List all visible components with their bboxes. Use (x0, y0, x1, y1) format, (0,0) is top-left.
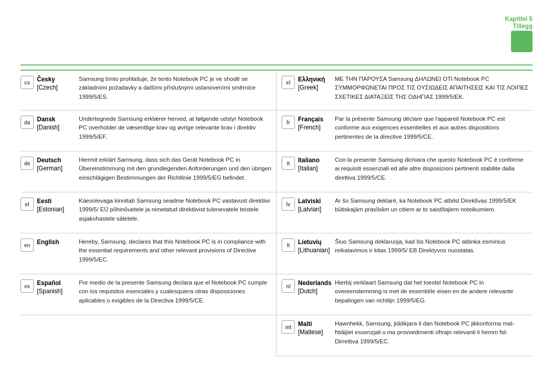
lang-cell: deDeutsch[German] (20, 151, 77, 192)
table-row: enEnglishHereby, Samsung, declares that … (20, 233, 276, 274)
lang-icon: nl (282, 279, 295, 293)
lang-cell: lvLatviski[Latvian] (276, 192, 333, 233)
page-header: Kapittel 5Tillegg (20, 15, 533, 52)
page-container: Kapittel 5Tillegg csČesky[Czech]Samsung … (0, 0, 553, 392)
lang-cell: daDansk[Danish] (20, 111, 77, 151)
desc-cell: Undertegnede Samsung erklærer herved, at… (77, 111, 276, 151)
lang-icon: cs (20, 76, 34, 89)
lang-name: Latviski[Latvian] (298, 197, 321, 213)
desc-cell: Por medio de la presente Samsung declara… (77, 274, 276, 315)
lang-icon: it (282, 157, 295, 170)
lang-cell: itItaliano[Italian] (276, 151, 333, 192)
lang-name: Malti[Maltese] (298, 319, 323, 336)
lang-name: Eesti[Estonian] (37, 197, 64, 213)
lang-name: Español[Spanish] (37, 278, 62, 295)
lang-name: Italiano[Italian] (298, 156, 320, 172)
lang-icon: fr (282, 116, 295, 129)
lang-name: Ελληνική[Greek] (298, 75, 325, 92)
lang-icon: en (20, 238, 34, 252)
table-row: mtMalti[Maltese]Hawnhekk, Samsung, jiddi… (276, 315, 533, 356)
table-row: deDeutsch[German]Hiermit erklärt Samsung… (20, 151, 276, 192)
lang-name: English (37, 237, 59, 247)
desc-cell: Käesolevaga kinnitab Samsung seadme Note… (77, 192, 276, 233)
desc-cell: Hierbij verklaart Samsung dat het toeste… (333, 274, 533, 315)
lang-icon: et (20, 198, 34, 211)
lang-cell: ltLietuvių[Lithuanian] (276, 233, 333, 274)
desc-cell: Šiuo Samsung deklaruoja, kad šis Noteboo… (333, 233, 533, 274)
right-column: elΕλληνική[Greek]ΜΕ ΤΗΝ ΠΑΡΟΥΣΑ Samsung … (276, 70, 533, 356)
desc-cell: Hereby, Samsung, declares that this Note… (77, 233, 276, 274)
lang-name: Deutsch[German] (37, 156, 62, 172)
lang-icon: lt (282, 238, 295, 252)
table-row: frFrançais[French]Par la présente Samsun… (276, 111, 533, 151)
lang-cell: elΕλληνική[Greek] (276, 71, 333, 110)
lang-icon: da (20, 116, 34, 129)
main-content: csČesky[Czech]Samsung tímto prohlašuje, … (20, 70, 533, 356)
page-number-badge (511, 31, 533, 52)
desc-cell: Ar šo Samsung deklarē, ka Notebook PC at… (333, 192, 533, 233)
lang-icon: mt (282, 320, 295, 334)
desc-cell: Con la presente Samsung dichiara che que… (333, 151, 533, 192)
lang-cell: etEesti[Estonian] (20, 192, 77, 233)
left-column: csČesky[Czech]Samsung tímto prohlašuje, … (20, 70, 276, 356)
desc-cell: Samsung tímto prohlašuje, že tento Noteb… (77, 71, 276, 110)
lang-icon: de (20, 157, 34, 170)
table-row: daDansk[Danish]Undertegnede Samsung erkl… (20, 111, 276, 151)
table-row: csČesky[Czech]Samsung tímto prohlašuje, … (20, 70, 276, 111)
lang-cell: enEnglish (20, 233, 77, 274)
lang-cell: mtMalti[Maltese] (276, 315, 333, 356)
lang-icon: lv (282, 198, 295, 211)
desc-cell: ΜΕ ΤΗΝ ΠΑΡΟΥΣΑ Samsung ΔΗΛΩΝΕΙ ΟΤΙ Noteb… (333, 71, 533, 110)
lang-name: Français[French] (298, 115, 323, 132)
table-row: ltLietuvių[Lithuanian]Šiuo Samsung dekla… (276, 233, 533, 274)
lang-cell: csČesky[Czech] (20, 71, 77, 110)
lang-name: Lietuvių[Lithuanian] (298, 237, 330, 254)
lang-cell: nlNederlands[Dutch] (276, 274, 333, 315)
chapter-label: Kapittel 5Tillegg (505, 15, 533, 30)
section-title (20, 62, 533, 66)
lang-cell: esEspañol[Spanish] (20, 274, 77, 315)
desc-cell: Hiermit erklärt Samsung, dass sich das G… (77, 151, 276, 192)
lang-icon: es (20, 279, 34, 293)
lang-name: Nederlands[Dutch] (298, 278, 331, 295)
chapter-badge: Kapittel 5Tillegg (505, 15, 533, 52)
desc-cell: Hawnhekk, Samsung, jiddikjara li dan Not… (333, 315, 533, 356)
table-row: nlNederlands[Dutch]Hierbij verklaart Sam… (276, 274, 533, 315)
desc-cell: Par la présente Samsung déclare que l'ap… (333, 111, 533, 151)
lang-name: Česky[Czech] (37, 75, 58, 92)
lang-name: Dansk[Danish] (37, 115, 59, 132)
table-row: itItaliano[Italian]Con la presente Samsu… (276, 151, 533, 192)
table-row: elΕλληνική[Greek]ΜΕ ΤΗΝ ΠΑΡΟΥΣΑ Samsung … (276, 70, 533, 111)
table-row: lvLatviski[Latvian]Ar šo Samsung deklarē… (276, 192, 533, 233)
table-row: esEspañol[Spanish]Por medio de la presen… (20, 274, 276, 315)
table-row: etEesti[Estonian]Käesolevaga kinnitab Sa… (20, 192, 276, 233)
lang-cell: frFrançais[French] (276, 111, 333, 151)
chapter-label-text: Kapittel 5Tillegg (505, 15, 533, 30)
lang-icon: el (282, 76, 295, 89)
